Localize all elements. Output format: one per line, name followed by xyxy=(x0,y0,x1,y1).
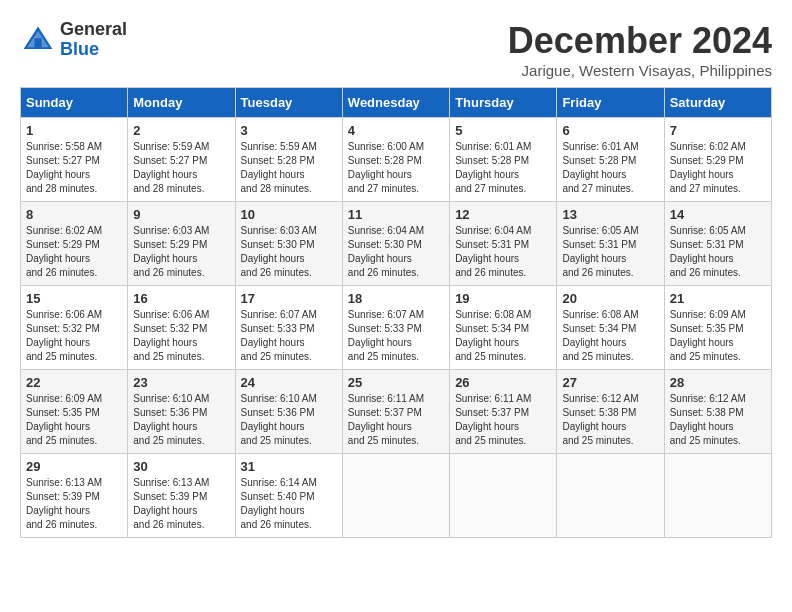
day-info: Sunrise: 6:10 AM Sunset: 5:36 PM Dayligh… xyxy=(241,392,337,448)
day-info: Sunrise: 6:03 AM Sunset: 5:30 PM Dayligh… xyxy=(241,224,337,280)
calendar-cell: 29 Sunrise: 6:13 AM Sunset: 5:39 PM Dayl… xyxy=(21,454,128,538)
day-info: Sunrise: 6:01 AM Sunset: 5:28 PM Dayligh… xyxy=(455,140,551,196)
day-info: Sunrise: 6:04 AM Sunset: 5:31 PM Dayligh… xyxy=(455,224,551,280)
day-number: 24 xyxy=(241,375,337,390)
calendar-cell: 9 Sunrise: 6:03 AM Sunset: 5:29 PM Dayli… xyxy=(128,202,235,286)
day-info: Sunrise: 6:12 AM Sunset: 5:38 PM Dayligh… xyxy=(562,392,658,448)
day-info: Sunrise: 6:02 AM Sunset: 5:29 PM Dayligh… xyxy=(26,224,122,280)
calendar-cell: 22 Sunrise: 6:09 AM Sunset: 5:35 PM Dayl… xyxy=(21,370,128,454)
weekday-header: Monday xyxy=(128,88,235,118)
day-info: Sunrise: 6:03 AM Sunset: 5:29 PM Dayligh… xyxy=(133,224,229,280)
calendar-cell: 21 Sunrise: 6:09 AM Sunset: 5:35 PM Dayl… xyxy=(664,286,771,370)
calendar-cell: 5 Sunrise: 6:01 AM Sunset: 5:28 PM Dayli… xyxy=(450,118,557,202)
day-info: Sunrise: 6:10 AM Sunset: 5:36 PM Dayligh… xyxy=(133,392,229,448)
day-number: 31 xyxy=(241,459,337,474)
calendar-cell: 26 Sunrise: 6:11 AM Sunset: 5:37 PM Dayl… xyxy=(450,370,557,454)
day-number: 5 xyxy=(455,123,551,138)
calendar-cell: 27 Sunrise: 6:12 AM Sunset: 5:38 PM Dayl… xyxy=(557,370,664,454)
day-info: Sunrise: 6:06 AM Sunset: 5:32 PM Dayligh… xyxy=(26,308,122,364)
calendar-week-row: 22 Sunrise: 6:09 AM Sunset: 5:35 PM Dayl… xyxy=(21,370,772,454)
day-number: 20 xyxy=(562,291,658,306)
calendar-cell: 3 Sunrise: 5:59 AM Sunset: 5:28 PM Dayli… xyxy=(235,118,342,202)
calendar-cell: 18 Sunrise: 6:07 AM Sunset: 5:33 PM Dayl… xyxy=(342,286,449,370)
day-info: Sunrise: 6:05 AM Sunset: 5:31 PM Dayligh… xyxy=(562,224,658,280)
day-info: Sunrise: 6:00 AM Sunset: 5:28 PM Dayligh… xyxy=(348,140,444,196)
day-number: 9 xyxy=(133,207,229,222)
calendar-cell: 11 Sunrise: 6:04 AM Sunset: 5:30 PM Dayl… xyxy=(342,202,449,286)
calendar-week-row: 8 Sunrise: 6:02 AM Sunset: 5:29 PM Dayli… xyxy=(21,202,772,286)
day-number: 18 xyxy=(348,291,444,306)
weekday-header: Sunday xyxy=(21,88,128,118)
weekday-header: Thursday xyxy=(450,88,557,118)
day-info: Sunrise: 6:13 AM Sunset: 5:39 PM Dayligh… xyxy=(26,476,122,532)
day-number: 2 xyxy=(133,123,229,138)
day-number: 17 xyxy=(241,291,337,306)
day-number: 19 xyxy=(455,291,551,306)
calendar-cell xyxy=(342,454,449,538)
day-info: Sunrise: 5:59 AM Sunset: 5:28 PM Dayligh… xyxy=(241,140,337,196)
logo-text: General Blue xyxy=(60,20,127,60)
calendar-cell: 23 Sunrise: 6:10 AM Sunset: 5:36 PM Dayl… xyxy=(128,370,235,454)
page-header: General Blue December 2024 Jarigue, West… xyxy=(20,20,772,79)
day-number: 8 xyxy=(26,207,122,222)
day-number: 28 xyxy=(670,375,766,390)
calendar-cell: 16 Sunrise: 6:06 AM Sunset: 5:32 PM Dayl… xyxy=(128,286,235,370)
calendar-cell: 1 Sunrise: 5:58 AM Sunset: 5:27 PM Dayli… xyxy=(21,118,128,202)
day-info: Sunrise: 6:06 AM Sunset: 5:32 PM Dayligh… xyxy=(133,308,229,364)
title-block: December 2024 Jarigue, Western Visayas, … xyxy=(508,20,772,79)
calendar-week-row: 15 Sunrise: 6:06 AM Sunset: 5:32 PM Dayl… xyxy=(21,286,772,370)
day-number: 14 xyxy=(670,207,766,222)
svg-rect-2 xyxy=(34,38,41,49)
day-info: Sunrise: 6:07 AM Sunset: 5:33 PM Dayligh… xyxy=(241,308,337,364)
calendar-cell xyxy=(664,454,771,538)
calendar-cell: 2 Sunrise: 5:59 AM Sunset: 5:27 PM Dayli… xyxy=(128,118,235,202)
calendar-cell xyxy=(557,454,664,538)
day-info: Sunrise: 6:01 AM Sunset: 5:28 PM Dayligh… xyxy=(562,140,658,196)
calendar-cell: 20 Sunrise: 6:08 AM Sunset: 5:34 PM Dayl… xyxy=(557,286,664,370)
day-number: 29 xyxy=(26,459,122,474)
day-info: Sunrise: 6:09 AM Sunset: 5:35 PM Dayligh… xyxy=(670,308,766,364)
calendar-cell: 10 Sunrise: 6:03 AM Sunset: 5:30 PM Dayl… xyxy=(235,202,342,286)
day-number: 16 xyxy=(133,291,229,306)
calendar-cell: 4 Sunrise: 6:00 AM Sunset: 5:28 PM Dayli… xyxy=(342,118,449,202)
calendar-cell: 31 Sunrise: 6:14 AM Sunset: 5:40 PM Dayl… xyxy=(235,454,342,538)
day-number: 21 xyxy=(670,291,766,306)
calendar-cell: 28 Sunrise: 6:12 AM Sunset: 5:38 PM Dayl… xyxy=(664,370,771,454)
day-info: Sunrise: 6:05 AM Sunset: 5:31 PM Dayligh… xyxy=(670,224,766,280)
calendar-cell: 7 Sunrise: 6:02 AM Sunset: 5:29 PM Dayli… xyxy=(664,118,771,202)
day-number: 30 xyxy=(133,459,229,474)
day-info: Sunrise: 6:02 AM Sunset: 5:29 PM Dayligh… xyxy=(670,140,766,196)
weekday-header: Wednesday xyxy=(342,88,449,118)
day-number: 13 xyxy=(562,207,658,222)
calendar-cell: 8 Sunrise: 6:02 AM Sunset: 5:29 PM Dayli… xyxy=(21,202,128,286)
weekday-header: Saturday xyxy=(664,88,771,118)
day-number: 7 xyxy=(670,123,766,138)
day-number: 23 xyxy=(133,375,229,390)
day-number: 1 xyxy=(26,123,122,138)
day-info: Sunrise: 6:08 AM Sunset: 5:34 PM Dayligh… xyxy=(562,308,658,364)
calendar-table: SundayMondayTuesdayWednesdayThursdayFrid… xyxy=(20,87,772,538)
weekday-header: Tuesday xyxy=(235,88,342,118)
day-info: Sunrise: 6:14 AM Sunset: 5:40 PM Dayligh… xyxy=(241,476,337,532)
day-number: 25 xyxy=(348,375,444,390)
month-title: December 2024 xyxy=(508,20,772,62)
day-number: 6 xyxy=(562,123,658,138)
calendar-cell: 12 Sunrise: 6:04 AM Sunset: 5:31 PM Dayl… xyxy=(450,202,557,286)
day-info: Sunrise: 6:12 AM Sunset: 5:38 PM Dayligh… xyxy=(670,392,766,448)
calendar-cell: 13 Sunrise: 6:05 AM Sunset: 5:31 PM Dayl… xyxy=(557,202,664,286)
day-info: Sunrise: 5:58 AM Sunset: 5:27 PM Dayligh… xyxy=(26,140,122,196)
logo-blue: Blue xyxy=(60,39,99,59)
logo-icon xyxy=(20,22,56,58)
calendar-header-row: SundayMondayTuesdayWednesdayThursdayFrid… xyxy=(21,88,772,118)
day-number: 27 xyxy=(562,375,658,390)
day-info: Sunrise: 6:04 AM Sunset: 5:30 PM Dayligh… xyxy=(348,224,444,280)
calendar-cell: 30 Sunrise: 6:13 AM Sunset: 5:39 PM Dayl… xyxy=(128,454,235,538)
calendar-week-row: 29 Sunrise: 6:13 AM Sunset: 5:39 PM Dayl… xyxy=(21,454,772,538)
day-number: 26 xyxy=(455,375,551,390)
day-info: Sunrise: 6:11 AM Sunset: 5:37 PM Dayligh… xyxy=(348,392,444,448)
calendar-cell: 15 Sunrise: 6:06 AM Sunset: 5:32 PM Dayl… xyxy=(21,286,128,370)
day-info: Sunrise: 6:09 AM Sunset: 5:35 PM Dayligh… xyxy=(26,392,122,448)
logo: General Blue xyxy=(20,20,127,60)
day-number: 11 xyxy=(348,207,444,222)
logo-general: General xyxy=(60,19,127,39)
